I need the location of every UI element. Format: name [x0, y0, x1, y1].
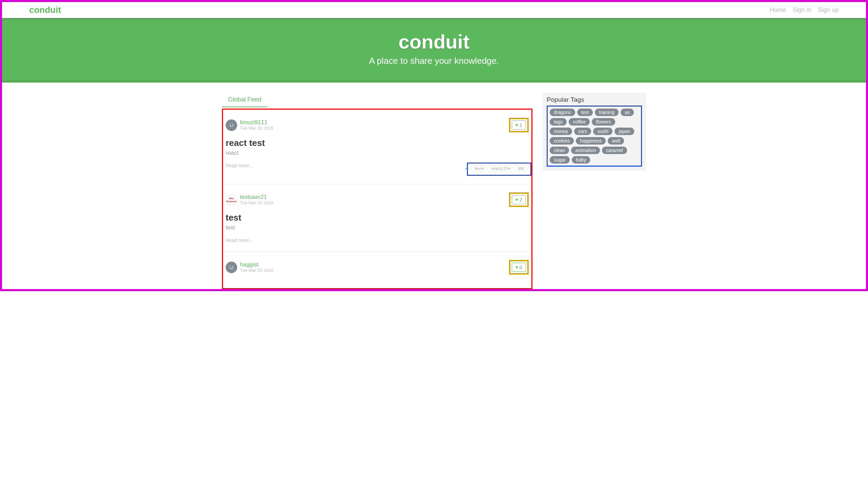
banner-subtitle: A place to share your knowledge. [2, 56, 866, 66]
avatar[interactable] [226, 119, 237, 131]
like-count: 0 [520, 264, 522, 270]
avatar[interactable] [226, 262, 237, 273]
smiley-icon [228, 264, 235, 271]
sidebar: Popular Tags dragonstesttrainingastagsco… [543, 93, 646, 171]
article-date: Tue Mar 20 2018 [240, 201, 273, 205]
article-author[interactable]: testuser21 [240, 194, 273, 201]
article-tag[interactable]: ttttt [514, 165, 528, 172]
popular-tag[interactable]: test [577, 109, 593, 116]
heart-icon: ♥ [515, 265, 518, 270]
popular-tag[interactable]: dragons [550, 109, 575, 116]
like-count: 2 [520, 197, 522, 203]
popular-tags-highlight: dragonstesttrainingastagscoffeeflowersmo… [547, 106, 642, 167]
navbar: conduit Home Sign in Sign up [2, 2, 866, 18]
brand-logo[interactable]: conduit [29, 5, 61, 15]
banner: conduit A place to share your knowledge. [2, 18, 866, 82]
popular-tag[interactable]: coffee [569, 118, 590, 126]
heart-icon: ♥ [515, 122, 518, 128]
like-button[interactable]: ♥ 1 [512, 120, 526, 130]
article-list: limuzi9111 Tue Mar 20 2018 ♥ 1 react tes… [222, 109, 532, 289]
like-highlight: ♥ 2 [509, 192, 529, 207]
popular-tag[interactable]: caramel [602, 147, 627, 154]
nav-home[interactable]: Home [770, 6, 786, 13]
article-preview: MacRumors testuser21 Tue Mar 20 2018 ♥ 2… [223, 184, 531, 251]
article-title[interactable]: react test [226, 138, 531, 148]
svg-point-3 [232, 266, 233, 267]
read-more-link[interactable]: Read more... [226, 163, 253, 168]
tab-global-feed[interactable]: Global Feed [222, 93, 267, 107]
article-author[interactable]: limuzi9111 [240, 119, 273, 126]
popular-tag[interactable]: as [621, 109, 634, 116]
banner-title: conduit [2, 30, 866, 53]
popular-tag[interactable]: clean [550, 147, 569, 154]
popular-tag[interactable]: cars [574, 128, 591, 135]
popular-tag[interactable]: japan [615, 128, 634, 135]
article-preview: limuzi9111 Tue Mar 20 2018 ♥ 1 react tes… [223, 110, 531, 184]
popular-tag[interactable]: cookies [550, 137, 574, 145]
popular-tag[interactable]: happiness [576, 137, 606, 145]
like-highlight: ♥ 0 [509, 260, 529, 275]
popular-tags-title: Popular Tags [547, 96, 642, 103]
article-title[interactable]: test [226, 212, 531, 223]
popular-tag[interactable]: tags [550, 118, 567, 126]
read-more-link[interactable]: Read more... [226, 238, 253, 243]
article-description: test [226, 224, 531, 231]
svg-point-2 [230, 266, 231, 267]
article-description: react [226, 150, 531, 156]
avatar[interactable]: MacRumors [226, 194, 237, 206]
nav-links: Home Sign in Sign up [770, 6, 839, 14]
feed-toggle: Global Feed [222, 93, 532, 108]
popular-tag[interactable]: animation [571, 147, 600, 154]
article-date: Tue Mar 20 2018 [240, 268, 273, 273]
article-preview: haggist Tue Mar 20 2018 ♥ 0 [223, 251, 531, 288]
nav-signup[interactable]: Sign up [818, 6, 839, 13]
article-tags-highlight: test react123 ttttt [467, 163, 531, 176]
popular-tag[interactable]: well [608, 137, 624, 145]
nav-signin[interactable]: Sign in [793, 6, 811, 13]
popular-tags-list: dragonstesttrainingastagscoffeeflowersmo… [550, 109, 639, 164]
popular-tag[interactable]: money [550, 128, 572, 135]
popular-tag[interactable]: baby [572, 156, 590, 164]
popular-tag[interactable]: sugar [550, 156, 570, 164]
like-button[interactable]: ♥ 2 [512, 195, 526, 204]
smiley-icon [228, 122, 235, 129]
popular-tag[interactable]: sushi [593, 128, 612, 135]
heart-icon: ♥ [515, 197, 518, 202]
article-tag-list: test react123 ttttt [471, 165, 528, 172]
popular-tag[interactable]: training [595, 109, 619, 116]
like-button[interactable]: ♥ 0 [512, 263, 526, 272]
article-date: Tue Mar 20 2018 [240, 126, 273, 131]
like-count: 1 [520, 122, 522, 128]
svg-point-1 [232, 124, 233, 125]
svg-point-0 [230, 124, 231, 125]
popular-tag[interactable]: flowers [592, 118, 615, 126]
article-author[interactable]: haggist [240, 262, 273, 268]
like-highlight: ♥ 1 [509, 118, 529, 132]
